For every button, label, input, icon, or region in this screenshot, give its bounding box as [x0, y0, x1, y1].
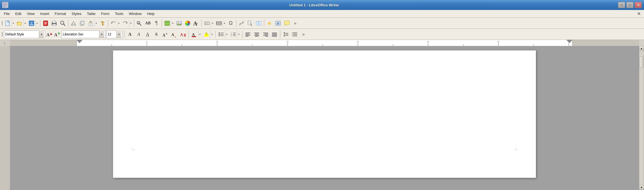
more-format-button[interactable]: » — [299, 30, 308, 38]
font-size-dropdown[interactable]: 12 ▾ — [106, 30, 123, 38]
undo-dropdown-arrow[interactable]: ▾ — [117, 19, 121, 27]
list-dropdown[interactable]: ▾ — [223, 19, 226, 27]
scrollbar-up-button[interactable]: ▲ — [639, 46, 644, 51]
navigator-button[interactable] — [274, 19, 282, 27]
justify-button[interactable] — [270, 30, 279, 38]
print-preview-button[interactable] — [41, 19, 50, 27]
insert-table-dropdown[interactable]: ▾ — [171, 19, 174, 27]
minimize-button[interactable]: − — [618, 2, 625, 8]
unordered-list-button-group[interactable]: ▾ — [217, 30, 229, 39]
ordered-list-button-group[interactable]: 1. 2. 3. ▾ — [229, 30, 241, 39]
scrollbar-track[interactable] — [639, 51, 644, 185]
menu-form[interactable]: Form — [98, 11, 112, 17]
decrease-font-size-button[interactable]: A — [54, 30, 61, 38]
clone-formatting-button[interactable] — [98, 19, 107, 27]
insert-omega-button[interactable]: Ω — [227, 19, 235, 27]
find-toolbar-button[interactable]: AB — [144, 19, 152, 27]
open-button[interactable] — [16, 19, 23, 27]
unordered-list-button[interactable] — [217, 30, 225, 38]
redo-dropdown-arrow[interactable]: ▾ — [129, 19, 132, 27]
insert-image-button[interactable] — [175, 19, 183, 27]
save-button-group[interactable]: ▾ — [27, 19, 39, 28]
list-style-button[interactable] — [215, 19, 223, 27]
highlight-arrow[interactable]: ▾ — [210, 30, 214, 38]
maximize-button[interactable]: □ — [626, 2, 633, 8]
font-color-button[interactable]: A — [190, 30, 198, 38]
bold-button[interactable]: A — [126, 30, 134, 38]
line-spacing-button[interactable] — [282, 30, 290, 38]
insert-field-dropdown[interactable]: ▾ — [211, 19, 214, 27]
menu-edit[interactable]: Edit — [12, 11, 24, 17]
menu-window[interactable]: Window — [126, 11, 144, 17]
paste-dropdown-arrow[interactable]: ▾ — [95, 19, 98, 27]
new-dropdown-arrow[interactable]: ▾ — [12, 19, 15, 27]
menu-help[interactable]: Help — [144, 11, 157, 17]
underline-button[interactable]: A — [143, 30, 152, 38]
new-button[interactable] — [4, 19, 12, 27]
menu-file[interactable]: File — [1, 11, 12, 17]
align-right-button[interactable] — [261, 30, 270, 38]
ordered-list-arrow[interactable]: ▾ — [237, 30, 240, 38]
increase-font-size-button[interactable]: A — [46, 30, 53, 38]
print-preview-zoom-button[interactable] — [59, 19, 67, 27]
scrollbar-down-button[interactable]: ▼ — [639, 185, 644, 190]
undo-button[interactable] — [109, 19, 117, 27]
menu-insert[interactable]: Insert — [37, 11, 52, 17]
italic-button[interactable]: A — [135, 30, 143, 38]
increase-indent-button[interactable] — [290, 30, 299, 38]
list-style-button-group[interactable]: ▾ — [215, 19, 226, 28]
menu-tools[interactable]: Tools — [112, 11, 126, 17]
new-button-group[interactable]: ▾ — [4, 19, 15, 28]
align-center-button[interactable] — [253, 30, 261, 38]
menu-close-button[interactable]: ✕ — [635, 11, 643, 16]
insert-callout-button[interactable] — [282, 19, 291, 27]
scrollbar-thumb[interactable] — [639, 57, 644, 68]
paragraph-style-dropdown[interactable]: Default Style ▾ — [4, 30, 45, 38]
vertical-scrollbar[interactable]: ▲ ▼ — [639, 46, 644, 190]
insert-column-break-button[interactable] — [255, 19, 263, 27]
open-button-group[interactable]: ▾ — [15, 19, 27, 28]
insert-hyperlink-button[interactable] — [237, 19, 246, 27]
font-name-dropdown[interactable]: Liberation Ser ▾ — [61, 30, 106, 38]
insert-table-button[interactable] — [163, 19, 171, 27]
insert-field-button-group[interactable]: + ▾ — [203, 19, 214, 28]
unordered-list-arrow[interactable]: ▾ — [225, 30, 228, 38]
paragraph-style-arrow[interactable]: ▾ — [39, 30, 44, 38]
redo-button-group[interactable]: ▾ — [121, 19, 133, 28]
highlight-color-button[interactable] — [203, 30, 210, 38]
menu-table[interactable]: Table — [84, 11, 98, 17]
close-button[interactable]: ✕ — [635, 2, 642, 8]
bookmark-button[interactable]: ★ — [265, 19, 274, 27]
subscript-button[interactable]: A n — [170, 30, 178, 38]
paste-button-group[interactable]: ▾ — [87, 19, 98, 28]
strikethrough-button[interactable]: S — [152, 30, 161, 38]
paste-button[interactable] — [87, 19, 95, 27]
font-color-button-group[interactable]: A ▾ — [190, 30, 202, 39]
save-dropdown-arrow[interactable]: ▾ — [35, 19, 39, 27]
insert-field-button[interactable]: + — [203, 19, 211, 27]
cut-button[interactable] — [69, 19, 78, 27]
insert-chart-button[interactable] — [184, 19, 192, 27]
menu-format[interactable]: Format — [52, 11, 69, 17]
save-button[interactable] — [28, 19, 35, 27]
superscript-button[interactable]: A n — [161, 30, 169, 38]
align-left-button[interactable] — [244, 30, 252, 38]
insert-special-char-button[interactable]: A a — [192, 19, 200, 27]
menu-styles[interactable]: Styles — [69, 11, 84, 17]
clear-formatting-button[interactable]: A — [179, 30, 187, 38]
insert-table-button-group[interactable]: ▾ — [163, 19, 175, 28]
menu-view[interactable]: View — [24, 11, 37, 17]
font-name-arrow[interactable]: ▾ — [99, 30, 104, 38]
ordered-list-button[interactable]: 1. 2. 3. — [229, 30, 237, 38]
more-toolbar-button[interactable]: » — [291, 19, 299, 27]
insert-page-number-button[interactable]: 1 — [246, 19, 254, 27]
formatting-marks-button[interactable]: ¶ — [152, 19, 161, 27]
undo-button-group[interactable]: ▾ — [109, 19, 121, 28]
open-dropdown-arrow[interactable]: ▾ — [23, 19, 27, 27]
font-color-arrow[interactable]: ▾ — [198, 30, 201, 38]
font-size-arrow[interactable]: ▾ — [116, 30, 121, 38]
copy-button[interactable] — [78, 19, 86, 27]
print-button[interactable] — [50, 19, 58, 27]
find-replace-button[interactable]: A — [135, 19, 143, 27]
redo-button[interactable] — [121, 19, 129, 27]
